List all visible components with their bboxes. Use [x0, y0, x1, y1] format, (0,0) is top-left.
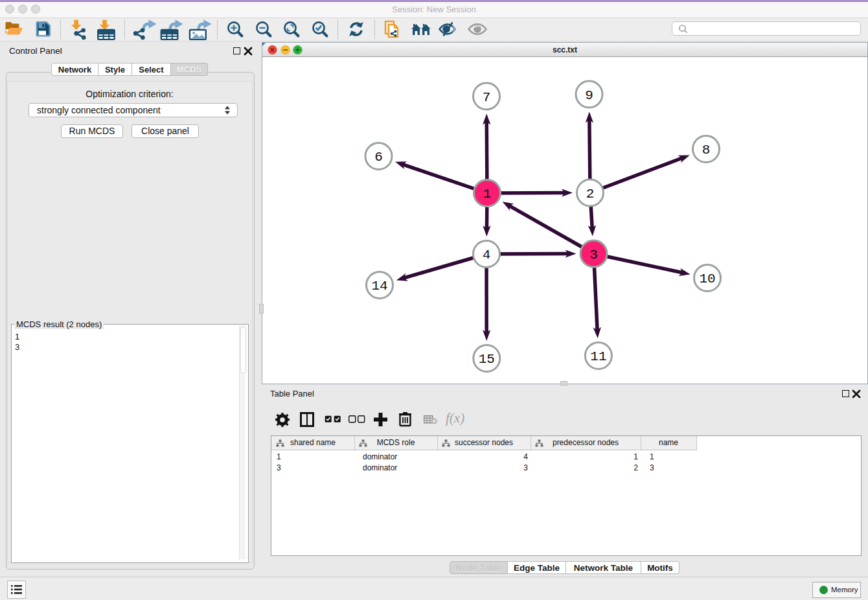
svg-text:4: 4 [483, 248, 491, 262]
svg-text:8: 8 [702, 143, 711, 157]
svg-text:6: 6 [374, 150, 383, 165]
svg-text:3: 3 [589, 248, 598, 262]
svg-text:14: 14 [371, 279, 387, 294]
svg-text:2: 2 [586, 187, 595, 202]
svg-text:7: 7 [483, 90, 491, 105]
svg-text:1: 1 [483, 187, 492, 202]
svg-text:11: 11 [590, 349, 606, 364]
svg-text:15: 15 [479, 352, 495, 367]
svg-text:9: 9 [585, 88, 593, 103]
svg-text:10: 10 [699, 271, 715, 286]
